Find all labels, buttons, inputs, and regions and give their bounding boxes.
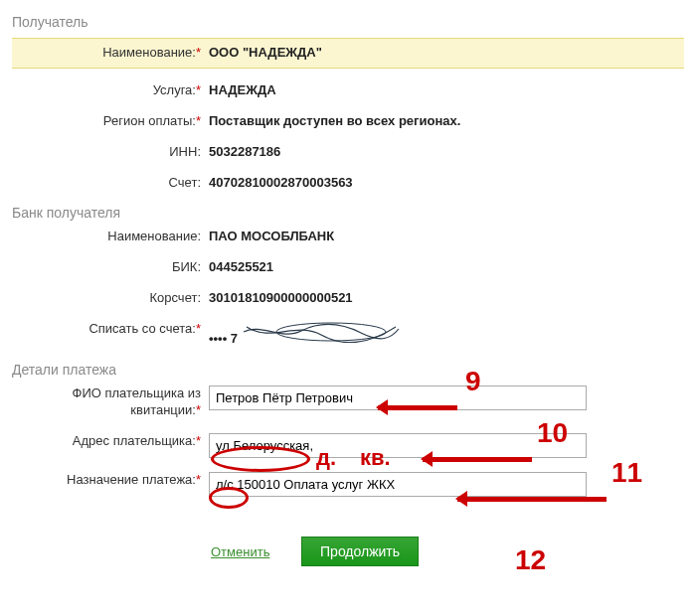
label-fio: ФИО плательщика из квитанции:* — [12, 385, 209, 419]
value-inn: 5032287186 — [209, 144, 684, 161]
label-bik: БИК: — [12, 259, 209, 276]
required-asterisk: * — [196, 402, 201, 417]
debit-masked-text: •••• 7 — [209, 331, 238, 346]
row-fio: ФИО плательщика из квитанции:* — [12, 385, 684, 419]
value-fio — [209, 385, 684, 410]
annotation-arrow-11 — [457, 497, 607, 502]
purpose-input[interactable] — [209, 472, 587, 497]
address-input[interactable] — [209, 433, 587, 458]
row-recipient-name: Наименование:* ООО "НАДЕЖДА" — [12, 38, 684, 69]
label-recipient-name: Наименование:* — [12, 45, 209, 62]
label-purpose: Назначение платежа:* — [12, 472, 209, 489]
required-asterisk: * — [196, 113, 201, 128]
label-corr: Корсчет: — [12, 290, 209, 307]
value-account: 40702810002870003563 — [209, 175, 684, 192]
label-debit-account: Списать со счета:* — [12, 321, 209, 338]
value-address — [209, 433, 684, 458]
value-service: НАДЕЖДА — [209, 82, 684, 99]
value-debit-account[interactable]: •••• 7 — [209, 321, 684, 348]
row-bik: БИК: 044525521 — [12, 259, 684, 276]
actions-row: Отменить Продолжить — [211, 537, 684, 566]
label-account: Счет: — [12, 175, 209, 192]
label-purpose-text: Назначение платежа: — [67, 472, 196, 487]
row-bank-name: Наименование: ПАО МОСОБЛБАНК — [12, 229, 684, 245]
row-service: Услуга:* НАДЕЖДА — [12, 82, 684, 99]
redacted-scribble — [242, 321, 401, 343]
label-service: Услуга:* — [12, 82, 209, 99]
required-asterisk: * — [196, 472, 201, 487]
value-corr: 30101810900000000521 — [209, 290, 684, 307]
label-address-text: Адрес плательщика: — [73, 433, 196, 448]
label-bank-name: Наименование: — [12, 229, 209, 245]
required-asterisk: * — [196, 45, 201, 60]
row-corr: Корсчет: 30101810900000000521 — [12, 290, 684, 307]
label-address: Адрес плательщика:* — [12, 433, 209, 450]
row-account: Счет: 40702810002870003563 — [12, 175, 684, 192]
value-bank-name: ПАО МОСОБЛБАНК — [209, 229, 684, 245]
row-purpose: Назначение платежа:* — [12, 472, 684, 497]
value-region: Поставщик доступен во всех регионах. — [209, 113, 684, 130]
label-debit-account-text: Списать со счета: — [88, 321, 196, 336]
section-bank-title: Банк получателя — [12, 205, 684, 221]
fio-input[interactable] — [209, 385, 587, 410]
value-recipient-name: ООО "НАДЕЖДА" — [209, 45, 684, 62]
section-recipient-title: Получатель — [12, 14, 684, 30]
required-asterisk: * — [196, 433, 201, 448]
row-address: Адрес плательщика:* — [12, 433, 684, 458]
label-region-text: Регион оплаты: — [103, 113, 196, 128]
svg-point-0 — [276, 323, 386, 341]
cancel-link[interactable]: Отменить — [211, 544, 269, 559]
label-recipient-name-text: Наименование: — [102, 45, 196, 60]
continue-button[interactable]: Продолжить — [301, 537, 419, 566]
section-details-title: Детали платежа — [12, 362, 684, 378]
label-service-text: Услуга: — [153, 82, 196, 97]
label-inn: ИНН: — [12, 144, 209, 161]
row-debit-account: Списать со счета:* •••• 7 — [12, 321, 684, 348]
row-region: Регион оплаты:* Поставщик доступен во вс… — [12, 113, 684, 130]
value-purpose — [209, 472, 684, 497]
value-bik: 044525521 — [209, 259, 684, 276]
label-fio-text: ФИО плательщика из квитанции: — [73, 385, 201, 417]
row-inn: ИНН: 5032287186 — [12, 144, 684, 161]
required-asterisk: * — [196, 82, 201, 97]
required-asterisk: * — [196, 321, 201, 336]
label-region: Регион оплаты:* — [12, 113, 209, 130]
